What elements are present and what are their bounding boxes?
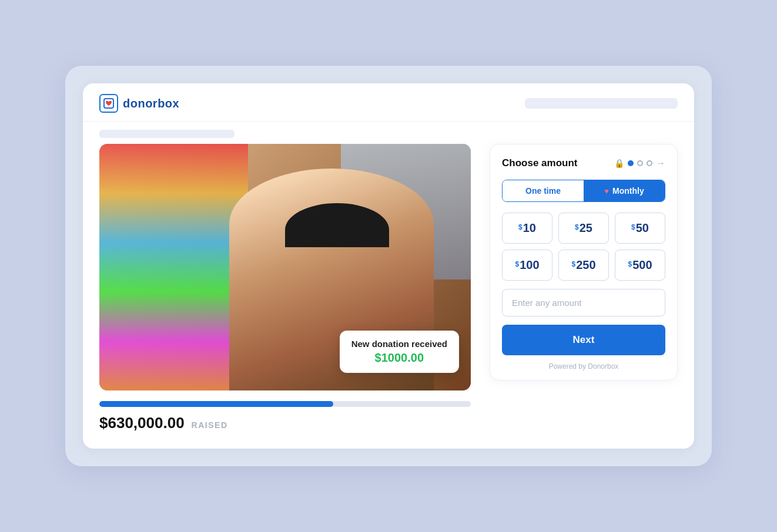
currency-symbol: $ [628, 260, 632, 268]
currency-symbol: $ [515, 260, 519, 268]
heart-icon: ♥ [604, 187, 609, 196]
donation-panel: Choose amount 🔒 → One time [490, 144, 678, 381]
amount-value: 50 [636, 221, 649, 235]
currency-symbol: $ [571, 260, 575, 268]
campaign-image: New donation received $1000.00 [99, 144, 471, 390]
progress-bar-fill [99, 401, 333, 407]
custom-amount-input[interactable] [502, 289, 665, 316]
amount-value: 100 [520, 258, 539, 272]
one-time-button[interactable]: One time [503, 180, 584, 201]
progress-section: $630,000.00 RAISED [99, 401, 471, 432]
outer-container: donorbox [65, 66, 712, 466]
frequency-toggle[interactable]: One time ♥ Monthly [502, 180, 665, 202]
currency-symbol: $ [575, 223, 579, 231]
logo-area: donorbox [99, 94, 179, 113]
notification-title: New donation received [351, 339, 447, 349]
notification-amount: $1000.00 [351, 351, 447, 365]
monthly-button[interactable]: ♥ Monthly [584, 180, 665, 201]
step-2-dot [637, 160, 643, 166]
left-section: New donation received $1000.00 $630,000.… [99, 144, 471, 432]
monthly-label: Monthly [612, 186, 644, 196]
right-section: Choose amount 🔒 → One time [490, 144, 678, 381]
progress-bar-track [99, 401, 471, 407]
amount-value: 500 [632, 258, 652, 272]
amount-25-button[interactable]: $ 25 [558, 213, 609, 244]
panel-title: Choose amount [502, 157, 577, 169]
amount-10-button[interactable]: $ 10 [502, 213, 552, 244]
amount-100-button[interactable]: $ 100 [502, 250, 552, 281]
header: donorbox [83, 83, 694, 122]
raised-label: RAISED [192, 420, 228, 430]
next-button[interactable]: Next [502, 325, 665, 355]
logo-text: donorbox [123, 97, 179, 110]
subtitle-placeholder [99, 130, 235, 138]
currency-symbol: $ [518, 223, 523, 231]
step-1-dot [628, 160, 634, 166]
main-card: donorbox [83, 83, 694, 449]
panel-header: Choose amount 🔒 → [502, 157, 665, 169]
main-content: New donation received $1000.00 $630,000.… [83, 144, 694, 449]
lock-icon: 🔒 [614, 159, 624, 168]
amount-value: 10 [523, 221, 536, 235]
amount-500-button[interactable]: $ 500 [615, 250, 665, 281]
step-arrow: → [656, 158, 665, 169]
header-bar-placeholder [525, 98, 678, 109]
amount-250-button[interactable]: $ 250 [558, 250, 609, 281]
subtitle-bar [83, 122, 694, 144]
currency-symbol: $ [631, 223, 635, 231]
progress-label: $630,000.00 RAISED [99, 414, 471, 432]
amount-grid: $ 10 $ 25 $ 50 $ 100 [502, 213, 665, 281]
amount-50-button[interactable]: $ 50 [615, 213, 665, 244]
donation-notification: New donation received $1000.00 [340, 331, 459, 373]
logo-icon [99, 94, 118, 113]
artwork-mural [99, 144, 248, 390]
step-3-dot [647, 160, 652, 166]
raised-amount: $630,000.00 [99, 414, 185, 432]
powered-by: Powered by Donorbox [502, 362, 665, 371]
amount-value: 25 [580, 221, 592, 235]
panel-steps: 🔒 → [614, 158, 665, 169]
amount-value: 250 [576, 258, 595, 272]
